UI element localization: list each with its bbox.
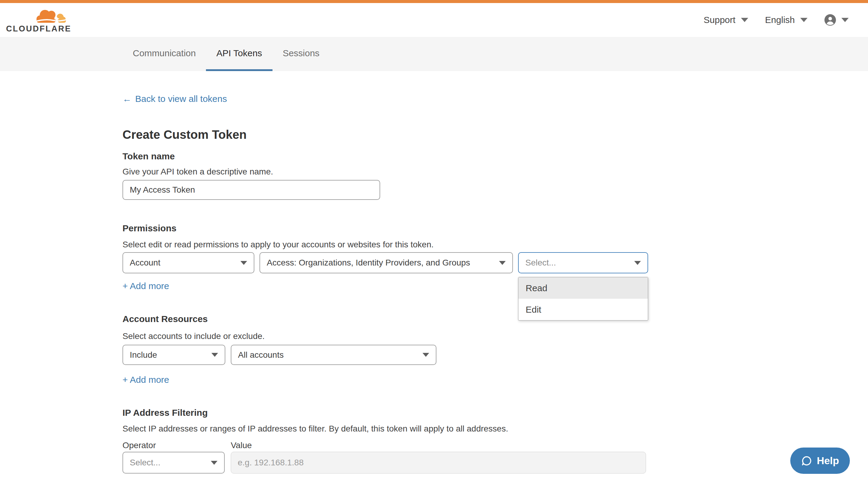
profile-tabbar: Communication API Tokens Sessions (0, 37, 868, 71)
permission-scope-select[interactable]: Account (123, 252, 254, 274)
support-label: Support (704, 15, 736, 25)
left-arrow-icon: ← (123, 94, 131, 104)
menu-option-read[interactable]: Read (518, 277, 648, 299)
accounts-value: All accounts (238, 350, 284, 360)
help-button[interactable]: Help (790, 448, 850, 474)
token-name-heading: Token name (123, 151, 868, 161)
permission-group-select[interactable]: Access: Organizations, Identity Provider… (259, 252, 513, 274)
account-resources-row: Include All accounts (123, 345, 868, 365)
chevron-down-icon (634, 261, 641, 265)
permissions-add-more-link[interactable]: + Add more (123, 281, 169, 291)
value-label: Value (231, 441, 252, 450)
account-resources-add-more-link[interactable]: + Add more (123, 375, 169, 385)
account-resources-heading: Account Resources (123, 314, 868, 324)
permission-scope-value: Account (130, 258, 160, 268)
permissions-row: Account Access: Organizations, Identity … (123, 252, 868, 274)
top-accent-bar (0, 0, 868, 3)
include-exclude-select[interactable]: Include (123, 345, 225, 365)
permission-access-select-wrap: Select... Read Edit (518, 252, 648, 274)
chevron-down-icon (841, 18, 849, 22)
ip-filtering-description: Select IP addresses or ranges of IP addr… (123, 424, 868, 433)
chevron-down-icon (499, 261, 506, 265)
chevron-down-icon (211, 353, 218, 357)
cloudflare-cloud-icon (33, 7, 68, 24)
language-menu[interactable]: English (765, 15, 807, 25)
chat-bubble-icon (801, 455, 812, 466)
account-resources-description: Select accounts to include or exclude. (123, 331, 868, 341)
permission-group-value: Access: Organizations, Identity Provider… (267, 258, 470, 268)
ip-filtering-heading: IP Address Filtering (123, 408, 868, 418)
permissions-heading: Permissions (123, 223, 868, 233)
chevron-down-icon (423, 353, 429, 357)
permissions-description: Select edit or read permissions to apply… (123, 240, 868, 250)
permission-access-placeholder: Select... (525, 258, 556, 268)
user-avatar-icon (825, 14, 836, 26)
account-menu[interactable] (825, 14, 849, 26)
accounts-select[interactable]: All accounts (231, 345, 436, 365)
ip-filtering-row: Select... (123, 452, 868, 474)
ip-value-input[interactable] (231, 452, 646, 474)
page-title: Create Custom Token (123, 128, 868, 141)
token-name-description: Give your API token a descriptive name. (123, 167, 868, 176)
tab-sessions[interactable]: Sessions (273, 37, 330, 71)
ip-filtering-labels: Operator Value (123, 441, 868, 450)
language-label: English (765, 15, 795, 25)
back-link-label: Back to view all tokens (135, 94, 227, 104)
cloudflare-logo[interactable]: CLOUDFLARE (6, 7, 71, 33)
chevron-down-icon (241, 261, 247, 265)
tab-communication[interactable]: Communication (123, 37, 206, 71)
cloudflare-wordmark: CLOUDFLARE (6, 25, 71, 33)
header-right: Support English (704, 14, 849, 26)
operator-placeholder: Select... (130, 458, 160, 468)
operator-select[interactable]: Select... (123, 452, 225, 474)
main-content: ← Back to view all tokens Create Custom … (0, 71, 868, 474)
support-menu[interactable]: Support (704, 15, 748, 25)
menu-option-edit[interactable]: Edit (518, 299, 648, 320)
include-exclude-value: Include (130, 350, 157, 360)
permission-access-select[interactable]: Select... (518, 252, 648, 274)
back-to-tokens-link[interactable]: ← Back to view all tokens (123, 94, 227, 104)
header: CLOUDFLARE Support English (0, 3, 868, 37)
help-button-label: Help (817, 455, 839, 467)
chevron-down-icon (211, 461, 217, 465)
chevron-down-icon (800, 18, 807, 22)
tab-api-tokens[interactable]: API Tokens (206, 37, 272, 71)
permission-access-menu: Read Edit (518, 277, 648, 321)
chevron-down-icon (741, 18, 748, 22)
token-name-input[interactable] (123, 180, 380, 200)
operator-label: Operator (123, 441, 231, 450)
